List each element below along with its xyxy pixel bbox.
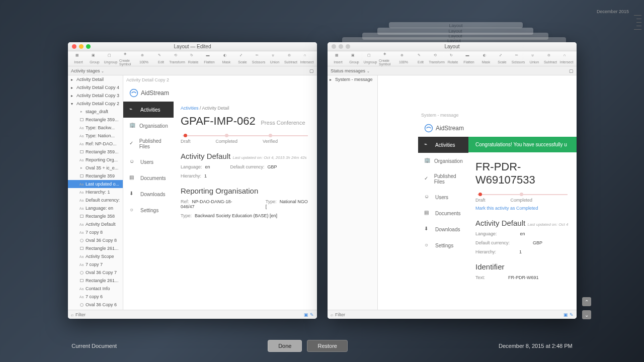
nav-downloads[interactable]: ⬇Downloads	[418, 221, 468, 237]
page-title: GPAF-IMP-062	[181, 115, 256, 128]
tool-rotate[interactable]: ↻Rotate	[445, 53, 460, 64]
traffic-lights[interactable]	[68, 44, 91, 49]
layer-item[interactable]: Type: Backw...	[68, 124, 123, 132]
tool-transform[interactable]: ⟲Transform	[170, 53, 185, 64]
tool-transform[interactable]: ⟲Transform	[429, 53, 444, 64]
layer-item[interactable]: Rectangle 261...	[68, 244, 123, 252]
layer-item[interactable]: Rectangle 358	[68, 212, 123, 220]
layer-item[interactable]: ▸Activity Detail Copy 4	[68, 83, 123, 92]
layer-item[interactable]: Oval 36 Copy 7	[68, 268, 123, 277]
tool-rotate[interactable]: ↻Rotate	[186, 53, 201, 64]
nav-settings[interactable]: ☼Settings	[123, 202, 174, 218]
tool-union[interactable]: ∪Union	[527, 53, 542, 64]
page-title: FR-PDR-W69107533	[475, 160, 570, 187]
tool-ungroup[interactable]: ▢Ungroup	[103, 53, 118, 64]
layers-panel[interactable]: ▸System - message	[328, 75, 378, 310]
tool-group[interactable]: ▣Group	[347, 53, 362, 64]
nav-activities[interactable]: ⌁Activities	[123, 102, 174, 118]
section-heading: Reporting Organisation	[181, 187, 310, 195]
doc-icon: ▤	[129, 174, 136, 182]
layer-item[interactable]: Oval 36 Copy 6	[68, 301, 123, 309]
tool-subtract[interactable]: ⊖Subtract	[283, 53, 298, 64]
tool-ungroup[interactable]: ▢Ungroup	[363, 53, 378, 64]
layer-item[interactable]: ▸System - message	[328, 75, 377, 83]
nav-published[interactable]: ✓Published Files	[418, 169, 468, 189]
tool-zoom[interactable]: ⊕100%	[136, 53, 151, 64]
stage-tracker: Draft Completed Verified	[181, 134, 310, 144]
layer-item[interactable]: 7 copy 8	[68, 228, 123, 236]
layer-item[interactable]: Language: en	[68, 204, 123, 212]
canvas[interactable]: Activity Detail Copy 2 AidStream ⌁Activi…	[123, 75, 317, 310]
layer-item[interactable]: Rectangle 359...	[68, 116, 123, 124]
tool-overflow[interactable]: ≫	[316, 55, 317, 62]
layer-item[interactable]: Oval 36 Copy 8	[68, 236, 123, 244]
inspector-toggle-icon[interactable]: ▢	[309, 68, 314, 73]
tool-zoom[interactable]: ⊕100%	[396, 53, 411, 64]
tool-group[interactable]: ▣Group	[87, 53, 102, 64]
nav-users[interactable]: ☺Users	[418, 189, 468, 205]
inspector-toggle-icon[interactable]: ▢	[569, 68, 574, 73]
layer-item[interactable]: Reporting Org...	[68, 156, 123, 164]
nav-documents[interactable]: ▤Documents	[123, 170, 174, 186]
layer-item[interactable]: Hierarchy: 1	[68, 188, 123, 196]
restore-button[interactable]: Restore	[307, 340, 348, 352]
mark-completed-link[interactable]: Mark this activity as Completed	[475, 206, 570, 211]
nav-organisation[interactable]: 🏢Organisation	[123, 118, 174, 134]
tool-flatten[interactable]: ▬Flatten	[461, 53, 476, 64]
tool-union[interactable]: ∪Union	[267, 53, 282, 64]
nav-published[interactable]: ✓Published Files	[123, 134, 174, 154]
version-timeline[interactable]: December 2015	[631, 8, 641, 357]
tool-scissors[interactable]: ✂Scissors	[511, 53, 526, 64]
tool-mask[interactable]: ◐Mask	[478, 53, 494, 64]
layer-item[interactable]: Type: Nation...	[68, 132, 123, 140]
tool-edit[interactable]: ✎Edit	[413, 53, 428, 64]
tool-intersect[interactable]: ∩Intersect	[559, 53, 574, 64]
tool-insert[interactable]: ▦Insert	[331, 53, 346, 64]
tool-create-symbol[interactable]: ◈Create Symbol	[119, 52, 134, 66]
tool-scale[interactable]: ⤢Scale	[235, 53, 250, 64]
tool-mask[interactable]: ◐Mask	[219, 53, 234, 64]
tool-intersect[interactable]: ∩Intersect	[299, 53, 314, 64]
layer-item[interactable]: Oval 35 + ic_e...	[68, 164, 123, 172]
layer-item[interactable]: 7 copy 7	[68, 260, 123, 268]
layer-item[interactable]: stage_draft	[68, 108, 123, 116]
close-icon	[72, 44, 76, 49]
nav-activities[interactable]: ⌁Activities	[418, 137, 468, 153]
tool-scissors[interactable]: ✂Scissors	[251, 53, 266, 64]
layer-item[interactable]: Activity Default	[68, 220, 123, 228]
tool-insert[interactable]: ▦Insert	[71, 53, 86, 64]
filter-actions[interactable]: ▣ ✎	[564, 312, 574, 317]
layer-item[interactable]: Contact Info	[68, 285, 123, 293]
done-button[interactable]: Done	[268, 340, 302, 352]
nav-settings[interactable]: ☼Settings	[418, 237, 468, 253]
tool-scale[interactable]: ⤢Scale	[495, 53, 510, 64]
filter-input[interactable]	[335, 312, 561, 317]
nav-downloads[interactable]: ⬇Downloads	[123, 186, 174, 202]
filter-input[interactable]	[75, 312, 302, 317]
nav-users[interactable]: ☺Users	[123, 154, 174, 170]
layer-item[interactable]: Last updated o...	[68, 180, 123, 188]
tool-subtract[interactable]: ⊖Subtract	[543, 53, 558, 64]
tool-create-symbol[interactable]: ◈Create Symbol	[379, 52, 394, 66]
layer-item[interactable]: Rectangle 359	[68, 172, 123, 180]
layer-item[interactable]: Activity Scope	[68, 252, 123, 260]
canvas[interactable]: System - message AidStream ⌁Activities 🏢…	[378, 75, 577, 310]
layer-item[interactable]: Ref: NP-DAO...	[68, 140, 123, 148]
version-prev-button[interactable]: ⌃	[582, 297, 591, 306]
filter-actions[interactable]: ▣ ✎	[304, 312, 314, 317]
tool-flatten[interactable]: ▬Flatten	[202, 53, 217, 64]
version-next-button[interactable]: ⌄	[582, 310, 591, 319]
tool-edit[interactable]: ✎Edit	[153, 53, 169, 64]
layer-item[interactable]: ▸Activity Detail Copy 3	[68, 92, 123, 100]
doc-icon: ▤	[424, 210, 431, 217]
layer-item[interactable]: Default currency:	[68, 196, 123, 204]
artboard-label: Activity Detail Copy 2	[126, 77, 314, 82]
layer-item[interactable]: ▸Activity Detail	[68, 75, 123, 83]
layers-panel[interactable]: ▸Activity Detail▸Activity Detail Copy 4▸…	[68, 75, 123, 310]
layer-item[interactable]: Rectangle 261...	[68, 277, 123, 285]
layer-item[interactable]: 7 copy 6	[68, 293, 123, 301]
nav-documents[interactable]: ▤Documents	[418, 205, 468, 221]
layer-item[interactable]: ▾Activity Detail Copy 2	[68, 100, 123, 108]
layer-item[interactable]: Rectangle 359...	[68, 148, 123, 156]
nav-organisation[interactable]: 🏢Organisation	[418, 153, 468, 169]
